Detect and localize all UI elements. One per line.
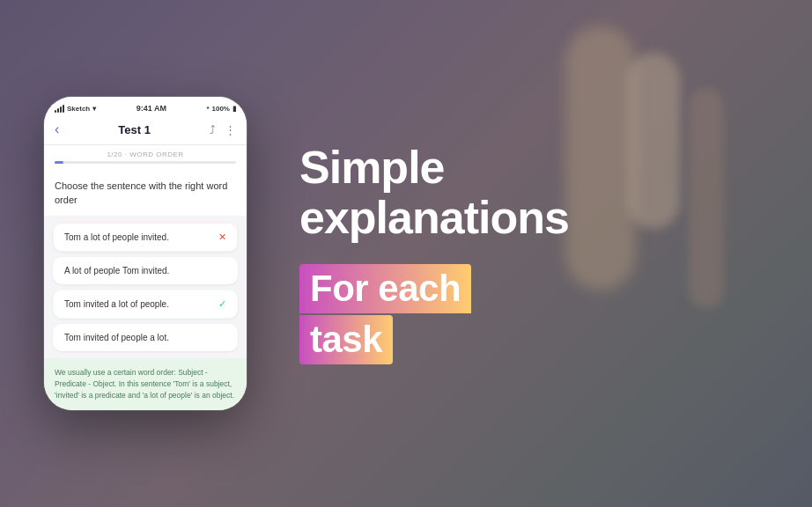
status-bar: Sketch ▾ 9:41 AM * 100% ▮ <box>44 97 247 116</box>
main-title-line1: Simple <box>299 142 445 193</box>
option-2[interactable]: A lot of people Tom invited. <box>53 257 238 284</box>
wifi-icon: ▾ <box>92 105 96 113</box>
nav-bar: ‹ Test 1 ⤴ ⋮ <box>44 116 247 145</box>
battery-label: 100% <box>212 105 230 113</box>
phone-wrapper: Sketch ▾ 9:41 AM * 100% ▮ ‹ Test 1 ⤴ ⋮ <box>44 97 247 409</box>
carrier-label: Sketch <box>67 105 90 113</box>
more-icon[interactable]: ⋮ <box>225 123 236 136</box>
status-time: 9:41 AM <box>137 104 166 113</box>
highlight-line1-bg: For each <box>299 264 471 313</box>
share-icon[interactable]: ⤴ <box>210 123 216 136</box>
option-1-text: Tom a lot of people invited. <box>64 232 169 242</box>
back-button[interactable]: ‹ <box>55 121 59 137</box>
phone-mockup: Sketch ▾ 9:41 AM * 100% ▮ ‹ Test 1 ⤴ ⋮ <box>44 97 247 409</box>
nav-actions: ⤴ ⋮ <box>210 123 236 136</box>
options-area: Tom a lot of people invited. ✕ A lot of … <box>44 216 247 358</box>
option-2-text: A lot of people Tom invited. <box>64 266 169 276</box>
option-4[interactable]: Tom invited of people a lot. <box>53 324 238 351</box>
progress-label: 1/20 · WORD ORDER <box>55 151 236 158</box>
nav-title: Test 1 <box>118 123 151 136</box>
progress-fill <box>55 161 63 164</box>
explanation-text: We usually use a certain word order: Sub… <box>55 367 236 400</box>
status-left: Sketch ▾ <box>55 105 96 113</box>
battery-icon: ▮ <box>233 105 236 113</box>
progress-section: 1/20 · WORD ORDER <box>44 145 247 169</box>
highlight-line2-text: task <box>310 319 382 360</box>
option-3-text: Tom invited a lot of people. <box>64 299 169 309</box>
main-title-line2: explanations <box>299 192 569 243</box>
main-title: Simple explanations <box>299 143 759 243</box>
highlight-line2-bg: task <box>299 315 393 364</box>
option-3-correct-icon: ✓ <box>218 298 226 310</box>
option-4-text: Tom invited of people a lot. <box>64 333 169 342</box>
option-1[interactable]: Tom a lot of people invited. ✕ <box>53 223 238 252</box>
content-wrapper: Sketch ▾ 9:41 AM * 100% ▮ ‹ Test 1 ⤴ ⋮ <box>0 0 812 507</box>
option-3[interactable]: Tom invited a lot of people. ✓ <box>53 290 238 319</box>
option-1-wrong-icon: ✕ <box>218 231 226 243</box>
status-right: * 100% ▮ <box>206 105 236 113</box>
highlight-block: For each task <box>299 264 471 364</box>
highlight-line1-text: For each <box>310 268 461 309</box>
signal-icon <box>55 105 64 113</box>
progress-bar <box>55 161 236 164</box>
question-area: Choose the sentence with the right word … <box>44 169 247 216</box>
bluetooth-icon: * <box>206 105 209 113</box>
question-text: Choose the sentence with the right word … <box>55 180 236 207</box>
explanation-area: We usually use a certain word order: Sub… <box>44 358 247 409</box>
right-content: Simple explanations For each task <box>299 143 759 364</box>
